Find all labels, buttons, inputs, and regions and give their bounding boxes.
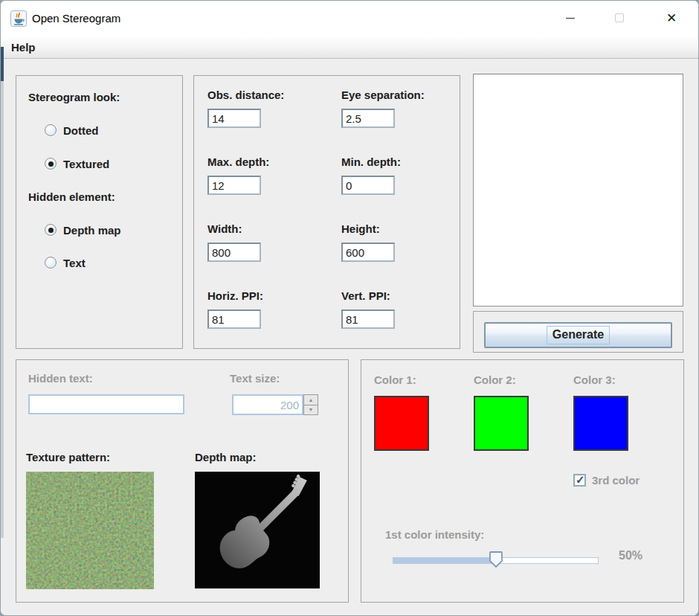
spinner-up-button[interactable]: ▲	[303, 394, 318, 405]
hidden-element-panel: Hidden text: Text size: ▲ ▼ Texture patt…	[16, 359, 349, 603]
slider-fill	[393, 558, 496, 563]
color2-swatch[interactable]	[474, 396, 529, 451]
color3-label: Color 3:	[573, 373, 616, 386]
color2-label: Color 2:	[474, 373, 516, 386]
radio-text-label: Text	[63, 257, 86, 269]
hidden-element-title: Hidden element:	[28, 190, 115, 203]
radio-dotted-icon[interactable]	[45, 124, 57, 136]
minimize-icon	[566, 18, 575, 19]
hidden-text-input[interactable]	[28, 394, 184, 414]
menu-help[interactable]: Help	[1, 41, 46, 54]
texture-pattern-image	[26, 472, 154, 589]
generate-button-label: Generate	[547, 326, 610, 344]
menu-bar: Help	[1, 36, 698, 59]
intensity-value: 50%	[619, 549, 642, 562]
depth-map-image	[195, 472, 320, 588]
max-depth-input[interactable]	[207, 176, 261, 195]
min-depth-input[interactable]	[341, 176, 395, 195]
horiz-ppi-label: Horiz. PPI:	[207, 289, 341, 304]
radio-textured[interactable]: Textured	[45, 157, 170, 170]
vert-ppi-input[interactable]	[341, 309, 395, 329]
generate-button[interactable]: Generate	[484, 322, 672, 348]
close-icon: ✕	[666, 12, 677, 25]
color3-swatch[interactable]	[573, 396, 628, 451]
text-size-input[interactable]	[232, 394, 303, 415]
vert-ppi-field: Vert. PPI:	[341, 289, 460, 356]
radio-text[interactable]: Text	[45, 256, 170, 269]
maximize-button[interactable]	[602, 1, 637, 35]
java-icon	[10, 10, 27, 27]
horiz-ppi-field: Horiz. PPI:	[207, 289, 341, 356]
eye-separation-label: Eye separation:	[341, 89, 460, 103]
maximize-icon	[615, 13, 624, 22]
radio-dotted[interactable]: Dotted	[45, 123, 170, 137]
height-label: Height:	[341, 222, 460, 237]
minimize-button[interactable]	[553, 1, 587, 35]
text-size-spinner: ▲ ▼	[232, 394, 318, 415]
third-color-label: 3rd color	[592, 474, 640, 487]
color1-label: Color 1:	[374, 373, 416, 386]
spinner-down-icon: ▼	[309, 407, 314, 412]
width-input[interactable]	[207, 243, 261, 262]
intensity-label: 1st color intensity:	[385, 528, 484, 541]
max-depth-field: Max. depth:	[207, 155, 341, 222]
depth-map-label: Depth map:	[195, 451, 257, 463]
content-area: Stereogram look: Dotted Textured Hidden …	[1, 60, 699, 616]
max-depth-label: Max. depth:	[207, 155, 341, 170]
app-window: Open Stereogram ✕ Help Stereogram look: …	[0, 0, 699, 616]
generate-panel: Generate	[473, 311, 683, 353]
height-input[interactable]	[341, 243, 395, 262]
third-color-checkbox[interactable]: ✓	[573, 474, 586, 487]
parameters-panel: Obs. distance: Eye separation: Max. dept…	[193, 75, 460, 349]
spinner-down-button[interactable]: ▼	[303, 405, 318, 416]
preview-area	[473, 74, 683, 307]
hidden-text-label: Hidden text:	[28, 372, 93, 385]
obs-distance-input[interactable]	[207, 109, 261, 128]
radio-text-icon[interactable]	[45, 257, 57, 269]
radio-depth-map-label: Depth map	[63, 224, 121, 237]
slider-thumb[interactable]	[488, 551, 504, 569]
title-bar: Open Stereogram ✕	[1, 1, 698, 36]
width-label: Width:	[207, 222, 341, 237]
window-title: Open Stereogram	[32, 12, 120, 25]
close-button[interactable]: ✕	[654, 1, 689, 35]
radio-textured-icon[interactable]	[45, 158, 57, 170]
colors-panel: Color 1: Color 2: Color 3: ✓ 3rd color 1…	[361, 359, 684, 603]
obs-distance-field: Obs. distance:	[207, 89, 341, 155]
eye-separation-field: Eye separation:	[341, 89, 460, 155]
text-size-label: Text size:	[230, 372, 280, 385]
vert-ppi-label: Vert. PPI:	[341, 289, 460, 304]
radio-depth-map-icon[interactable]	[45, 224, 57, 236]
intensity-slider[interactable]	[393, 554, 599, 568]
width-field: Width:	[207, 222, 341, 289]
texture-pattern-label: Texture pattern:	[26, 451, 110, 463]
eye-separation-input[interactable]	[341, 109, 395, 128]
stereogram-look-panel: Stereogram look: Dotted Textured Hidden …	[16, 75, 183, 349]
third-color-checkbox-row[interactable]: ✓ 3rd color	[573, 473, 640, 487]
background-window-sliver	[1, 47, 4, 538]
height-field: Height:	[341, 222, 460, 289]
stereogram-look-title: Stereogram look:	[28, 91, 120, 103]
radio-dotted-label: Dotted	[63, 124, 99, 137]
spinner-up-icon: ▲	[309, 397, 314, 402]
horiz-ppi-input[interactable]	[207, 309, 261, 329]
min-depth-field: Min. depth:	[341, 155, 460, 222]
check-icon: ✓	[576, 473, 585, 487]
radio-textured-label: Textured	[63, 158, 109, 170]
radio-depth-map[interactable]: Depth map	[45, 223, 170, 237]
min-depth-label: Min. depth:	[341, 155, 460, 170]
color1-swatch[interactable]	[374, 396, 429, 451]
obs-distance-label: Obs. distance:	[207, 89, 341, 103]
